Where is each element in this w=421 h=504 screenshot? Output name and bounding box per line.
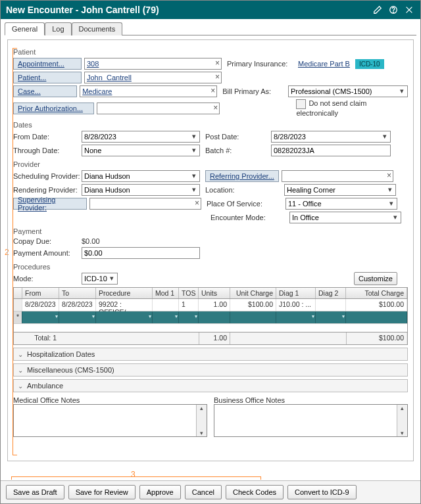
col-total[interactable]: Total Charge [346, 288, 407, 298]
chevron-down-icon: ⌄ [18, 351, 23, 358]
encounter-window: New Encounter - John Cantrell (79) Gener… [0, 0, 421, 504]
appointment-input[interactable] [84, 58, 222, 70]
section-patient: Patient [13, 48, 408, 56]
convert-icd9-button[interactable]: Convert to ICD-9 [287, 485, 357, 499]
section-dates: Dates [13, 121, 408, 129]
case-button[interactable]: Case... [13, 85, 77, 97]
batch-input[interactable] [271, 145, 391, 156]
col-units[interactable]: Units [199, 288, 230, 298]
cancel-button[interactable]: Cancel [185, 485, 222, 499]
sched-provider-select[interactable] [82, 170, 200, 182]
annotation-bracket-3 [11, 476, 261, 477]
col-from[interactable]: From [22, 288, 59, 298]
clear-icon[interactable]: × [213, 103, 218, 112]
pos-label: Place Of Service: [207, 200, 285, 208]
save-draft-button[interactable]: Save as Draft [6, 485, 64, 499]
col-diag2[interactable]: Diag 2 [316, 288, 346, 298]
section-provider: Provider [13, 160, 408, 168]
clear-icon[interactable]: × [210, 86, 215, 95]
collapse-misc[interactable]: ⌄Miscellaneous (CMS-1500) [13, 363, 408, 377]
pos-select[interactable] [285, 198, 397, 210]
chevron-down-icon: ⌄ [18, 367, 23, 374]
tab-documents[interactable]: Documents [72, 22, 123, 35]
through-date-input[interactable] [82, 145, 200, 156]
approve-button[interactable]: Approve [139, 485, 181, 499]
col-unit-charge[interactable]: Unit Charge [230, 288, 276, 298]
table-row[interactable]: 8/28/2023 8/28/2023 99202 : OFFICE/... 1… [14, 299, 407, 311]
referring-provider-button[interactable]: Referring Provider... [205, 170, 279, 182]
from-date-label: From Date: [13, 133, 82, 141]
copay-label: Copay Due: [13, 237, 82, 245]
location-select[interactable] [284, 184, 396, 196]
col-diag1[interactable]: Diag 1 [276, 288, 316, 298]
patient-name-input[interactable] [84, 72, 222, 83]
supervising-provider-input[interactable] [89, 198, 201, 210]
appointment-button[interactable]: Appointment... [13, 58, 82, 70]
payment-amount-label: Payment Amount: [13, 249, 82, 257]
from-date-input[interactable] [82, 131, 200, 143]
patient-button[interactable]: Patient... [13, 72, 82, 83]
post-date-label: Post Date: [205, 133, 271, 141]
through-date-label: Through Date: [13, 147, 82, 154]
medical-notes-label: Medical Office Notes [13, 396, 207, 404]
medical-notes-textarea[interactable]: ▴▾ [13, 404, 207, 437]
business-notes-textarea[interactable]: ▴▾ [214, 404, 408, 437]
copay-value: $0.00 [82, 237, 100, 245]
primary-insurance-label: Primary Insurance: [227, 60, 298, 68]
no-elec-claim-checkbox[interactable] [296, 99, 306, 109]
proc-mode-label: Mode: [13, 275, 82, 283]
annotation-label-3: 3 [131, 470, 136, 479]
encounter-mode-select[interactable] [289, 212, 401, 223]
rend-provider-select[interactable] [82, 184, 200, 196]
collapse-hospitalization[interactable]: ⌄Hospitalization Dates [13, 348, 408, 361]
supervising-provider-button[interactable]: Supervising Provider: [13, 198, 87, 210]
location-label: Location: [205, 186, 284, 194]
proc-mode-select[interactable] [82, 273, 118, 285]
save-review-button[interactable]: Save for Review [68, 485, 136, 499]
bill-primary-label: Bill Primary As: [222, 87, 288, 95]
svg-point-1 [393, 12, 394, 12]
no-elec-claim-label: Do not send claim electronically [296, 99, 366, 117]
bill-primary-select[interactable] [288, 85, 408, 97]
col-procedure[interactable]: Procedure [96, 288, 153, 298]
clear-icon[interactable]: × [387, 171, 391, 180]
table-row-new[interactable]: * ▾ ▾ ▾ ▾ ▾ ▾ ▾ [14, 311, 407, 324]
section-procedures: Procedures [13, 263, 408, 271]
edit-icon[interactable] [372, 4, 384, 16]
customize-button[interactable]: Customize [354, 272, 397, 285]
batch-label: Batch #: [205, 147, 271, 154]
check-codes-button[interactable]: Check Codes [226, 485, 284, 499]
col-to[interactable]: To [59, 288, 96, 298]
chevron-down-icon: ⌄ [18, 382, 23, 390]
close-icon[interactable] [403, 4, 415, 16]
prior-auth-input[interactable] [97, 103, 220, 114]
window-title: New Encounter - John Cantrell (79) [6, 5, 159, 15]
tab-general[interactable]: General [5, 22, 45, 35]
payment-amount-input[interactable] [82, 247, 200, 259]
post-date-input[interactable] [271, 131, 391, 143]
clear-icon[interactable]: × [215, 72, 220, 81]
case-input[interactable] [80, 85, 217, 97]
tab-strip: General Log Documents [5, 22, 416, 35]
title-bar: New Encounter - John Cantrell (79) [1, 1, 420, 19]
scrollbar[interactable]: ▴▾ [397, 405, 407, 436]
primary-insurance-link[interactable]: Medicare Part B [298, 60, 350, 68]
clear-icon[interactable]: × [195, 198, 199, 208]
icd-badge: ICD-10 [355, 59, 384, 69]
rend-provider-label: Rendering Provider: [13, 186, 82, 194]
business-notes-label: Business Office Notes [214, 396, 408, 404]
section-payment: Payment [13, 227, 408, 235]
tab-log[interactable]: Log [45, 22, 71, 35]
col-mod1[interactable]: Mod 1 [153, 288, 179, 298]
clear-icon[interactable]: × [215, 58, 220, 68]
col-tos[interactable]: TOS [179, 288, 199, 298]
procedures-grid: From To Procedure Mod 1 TOS Units Unit C… [13, 287, 408, 345]
collapse-ambulance[interactable]: ⌄Ambulance [13, 379, 408, 392]
sched-provider-label: Scheduling Provider: [13, 172, 82, 180]
referring-provider-input[interactable] [282, 170, 393, 182]
encounter-mode-label: Encounter Mode: [210, 214, 289, 221]
footer-toolbar: Save as Draft Save for Review Approve Ca… [1, 480, 420, 503]
scrollbar[interactable]: ▴▾ [196, 405, 207, 436]
help-icon[interactable] [387, 4, 399, 16]
prior-auth-button[interactable]: Prior Authorization... [13, 103, 94, 114]
